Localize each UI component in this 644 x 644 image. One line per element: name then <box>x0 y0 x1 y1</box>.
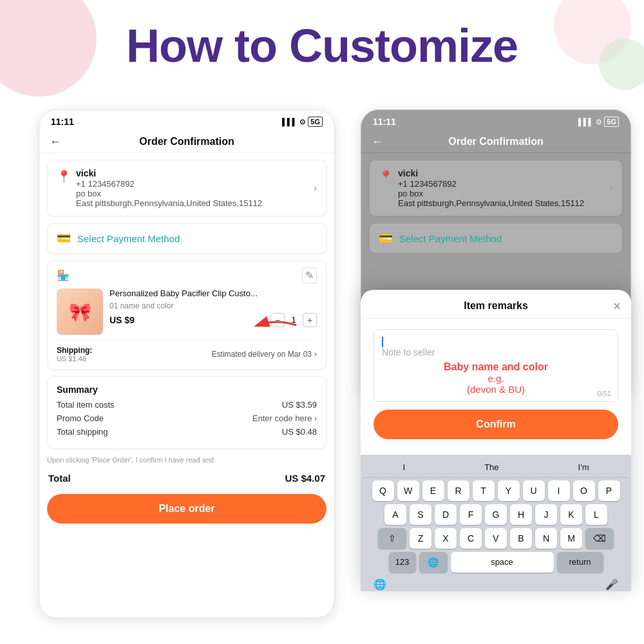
item-remarks-popup: Item remarks × Note to seller Baby name … <box>361 290 631 591</box>
key-x[interactable]: X <box>435 528 457 549</box>
address-street-left: po box <box>76 189 308 198</box>
globe-icon[interactable]: 🌐 <box>374 578 386 591</box>
key-c[interactable]: C <box>460 528 482 549</box>
confirm-button[interactable]: Confirm <box>374 410 618 439</box>
key-b[interactable]: B <box>510 528 532 549</box>
address-card-right[interactable]: 📍 vicki +1 1234567892 po box East pittsb… <box>369 160 623 216</box>
popup-close-button[interactable]: × <box>613 299 621 314</box>
key-f[interactable]: F <box>460 504 482 525</box>
phone-left: 11:11 ▌▌▌ ⊙ 5G ← Order Confirmation 📍 vi… <box>39 109 335 618</box>
note-area[interactable]: Note to seller Baby name and color e.g.(… <box>374 329 618 402</box>
battery-icon-right: 5G <box>604 117 619 127</box>
key-n[interactable]: N <box>535 528 557 549</box>
key-m[interactable]: M <box>560 528 582 549</box>
keyboard-suggestions: I The I'm <box>363 459 629 478</box>
disclaimer: Upon clicking 'Place Order', I confirm I… <box>47 455 327 465</box>
address-card-left[interactable]: 📍 vicki +1 1234567892 po box East pittsb… <box>47 160 327 216</box>
status-icons-right: ▌▌▌ ⊙ 5G <box>578 117 619 127</box>
summary-shipping-label: Total shipping <box>57 427 108 437</box>
key-i[interactable]: I <box>548 480 570 501</box>
address-city-left: East pittsburgh,Pennsylvania,United Stat… <box>76 198 308 208</box>
key-v[interactable]: V <box>485 528 507 549</box>
address-name-right: vicki <box>398 168 605 178</box>
promo-link[interactable]: Enter code here › <box>252 413 317 423</box>
key-t[interactable]: T <box>473 480 495 501</box>
status-bar-left: 11:11 ▌▌▌ ⊙ 5G <box>39 110 334 131</box>
battery-icon: 5G <box>308 117 323 127</box>
nav-bar-left: ← Order Confirmation <box>39 131 334 153</box>
address-phone-right: +1 1234567892 <box>398 179 605 189</box>
product-price: US $9 <box>109 315 135 325</box>
back-button-right[interactable]: ← <box>372 135 383 149</box>
suggestion-the[interactable]: The <box>478 461 505 473</box>
keyboard-bottom-bar: 🌐 🎤 <box>363 576 629 589</box>
key-q[interactable]: Q <box>372 480 394 501</box>
emoji-key[interactable]: 🌐 <box>419 552 448 573</box>
keyboard-row-2: ASDFGHJKL <box>363 504 629 525</box>
key-u[interactable]: U <box>523 480 545 501</box>
keyboard-row-1: QWERTYUIOP <box>363 480 629 501</box>
store-icon: 🏪 <box>57 269 70 281</box>
total-row: Total US $4.07 <box>39 465 334 491</box>
payment-row-right[interactable]: 💳 Select Payment Method <box>369 223 623 254</box>
page-title: How to Customize <box>126 19 518 72</box>
summary-shipping-value: US $0.48 <box>282 427 317 437</box>
deco-circle-tr2 <box>599 39 644 90</box>
mic-icon[interactable]: 🎤 <box>605 578 618 591</box>
key-k[interactable]: K <box>560 504 582 525</box>
shipping-delivery: Estimated delivery on Mar 03 <box>212 350 312 359</box>
key-y[interactable]: Y <box>498 480 520 501</box>
place-order-button[interactable]: Place order <box>47 494 327 524</box>
popup-header: Item remarks × <box>361 290 631 319</box>
signal-icon: ▌▌▌ <box>282 118 297 126</box>
space-key[interactable]: space <box>451 552 554 573</box>
payment-row-left[interactable]: 💳 Select Payment Method <box>47 223 327 254</box>
suggestion-im[interactable]: I'm <box>572 461 596 473</box>
return-key[interactable]: return <box>557 552 603 573</box>
summary-row-promo[interactable]: Promo Code Enter code here › <box>57 413 317 423</box>
location-icon-left: 📍 <box>57 169 71 184</box>
key-j[interactable]: J <box>535 504 557 525</box>
summary-section: Summary Total item costs US $3.59 Promo … <box>47 376 327 449</box>
edit-icon[interactable]: ✎ <box>302 267 317 283</box>
backspace-key[interactable]: ⌫ <box>585 528 614 549</box>
wifi-icon-right: ⊙ <box>596 118 601 126</box>
suggestion-i[interactable]: I <box>397 461 412 473</box>
address-info-right: vicki +1 1234567892 po box East pittsbur… <box>398 168 605 208</box>
key-e[interactable]: E <box>422 480 444 501</box>
nums-key[interactable]: 123 <box>389 552 416 573</box>
address-info-left: vicki +1 1234567892 po box East pittsbur… <box>76 168 308 208</box>
key-a[interactable]: A <box>384 504 406 525</box>
shift-key[interactable]: ⇧ <box>378 528 406 549</box>
popup-content: Note to seller Baby name and color e.g.(… <box>361 319 631 455</box>
summary-row-items: Total item costs US $3.59 <box>57 400 317 410</box>
status-icons-left: ▌▌▌ ⊙ 5G <box>282 117 323 127</box>
key-d[interactable]: D <box>435 504 457 525</box>
summary-items-value: US $3.59 <box>282 400 317 410</box>
keyboard: I The I'm QWERTYUIOP ASDFGHJKL ⇧ZXCVBNM⌫… <box>361 455 631 591</box>
qty-increase[interactable]: + <box>303 313 317 327</box>
key-p[interactable]: P <box>598 480 620 501</box>
summary-row-shipping: Total shipping US $0.48 <box>57 427 317 437</box>
shipping-arrow: › <box>314 350 317 359</box>
nav-title-right: Order Confirmation <box>448 136 544 147</box>
key-h[interactable]: H <box>510 504 532 525</box>
payment-icon-left: 💳 <box>57 231 71 245</box>
key-z[interactable]: Z <box>410 528 431 549</box>
address-arrow-left: › <box>314 182 317 194</box>
key-s[interactable]: S <box>410 504 431 525</box>
key-l[interactable]: L <box>585 504 607 525</box>
product-image: 🎀 <box>57 289 103 335</box>
back-button-left[interactable]: ← <box>50 135 61 149</box>
summary-title: Summary <box>57 384 317 395</box>
shipping-label: Shipping: <box>57 346 92 355</box>
key-r[interactable]: R <box>448 480 469 501</box>
key-g[interactable]: G <box>485 504 507 525</box>
payment-label-right: Select Payment Method <box>399 233 502 244</box>
status-time-right: 11:11 <box>373 117 396 127</box>
promo-label: Promo Code <box>57 413 104 423</box>
key-o[interactable]: O <box>573 480 595 501</box>
total-label: Total <box>48 473 71 484</box>
address-phone-left: +1 1234567892 <box>76 179 308 189</box>
key-w[interactable]: W <box>397 480 419 501</box>
